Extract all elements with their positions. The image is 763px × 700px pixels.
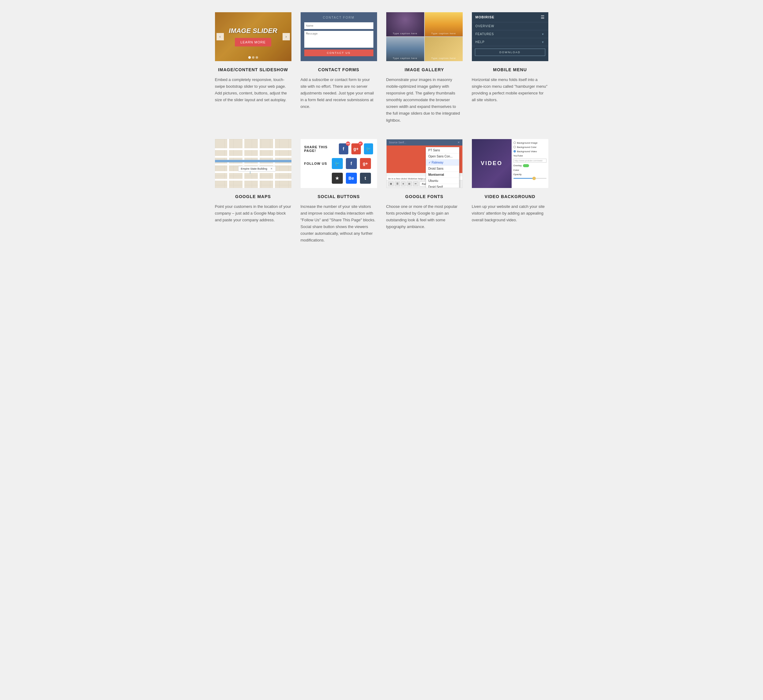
gallery-cell-1[interactable]: Type caption here [386,12,424,36]
follow-github-button[interactable]: ★ [332,173,343,184]
follow-twitter-button[interactable]: 🐦 [332,158,343,169]
share-label: SHARE THIS PAGE! [304,145,336,153]
map-road-h2 [215,156,291,158]
feature-card-social: SHARE THIS PAGE! f 192 g+ 47 🐦 FOLLOW US [301,139,377,244]
fonts-close-icon[interactable]: ✕ [457,141,460,144]
mm-menu-item-features[interactable]: FEATURES ▼ [472,30,548,38]
fonts-title: GOOGLE FONTS [386,194,463,199]
map-road-v3 [258,139,260,188]
map-tooltip: Empire State Building ✕ [238,166,276,172]
follow-tumblr-button[interactable]: t [360,173,371,184]
map-road-h1 [215,148,291,150]
follow-gp-icon: g+ [363,161,368,166]
fonts-option-droid-serif[interactable]: Droid Serif [426,184,459,188]
map-background: 📍 Empire State Building ✕ [215,139,291,188]
gallery-title: IMAGE GALLERY [386,67,463,72]
video-preview: VIDEO Background Image Background Color … [472,139,548,188]
mm-item-label-help: HELP [476,41,485,44]
video-radio-bg-video[interactable] [514,150,516,153]
share-twitter-button[interactable]: 🐦 [364,143,373,155]
feature-card-video: VIDEO Background Image Background Color … [472,139,548,244]
mm-item-label-overview: OVERVIEW [476,25,495,28]
contact-submit-button[interactable]: CONTACT US [304,50,373,56]
contact-form-heading: CONTACT FORM [304,16,373,19]
follow-googleplus-button[interactable]: g+ [360,158,371,169]
video-slider-fill [514,178,533,179]
facebook-icon: f [343,147,344,151]
fonts-toolbar-btn-1[interactable]: ⊞ [389,181,393,186]
slider-dot-2[interactable] [252,56,254,59]
video-desc: Liven up your website and catch your sit… [472,203,548,223]
contact-name-input[interactable] [304,22,373,29]
contact-desc: Add a subscribe or contact form to your … [301,77,377,110]
slider-prev-button[interactable]: ‹ [216,33,224,41]
hamburger-icon[interactable]: ☰ [541,15,545,20]
video-radio-bg-image[interactable] [514,142,516,144]
fonts-toolbar-btn-5[interactable]: ✂ [413,181,418,186]
gallery-cell-2[interactable]: Type caption here [425,12,463,36]
video-option-youtube: YouTube [514,155,547,157]
follow-facebook-button[interactable]: f [346,158,357,169]
video-bg-video-label: Background Video [517,150,537,153]
help-arrow-icon: ▼ [542,41,545,44]
feature-card-contact: CONTACT FORM CONTACT US CONTACT FORMS Ad… [301,12,377,124]
video-settings-panel: Background Image Background Color Backgr… [512,139,548,188]
map-road-v2 [243,139,244,188]
fonts-toolbar-btn-3[interactable]: ≡ [401,181,406,186]
gallery-caption-3: Type caption here [393,57,417,59]
fonts-preview: Source Serif... ✕ PT Sans Open Sans Con.… [386,139,463,188]
video-overlay-label: Overlay [514,164,522,167]
fonts-option-pt-sans[interactable]: PT Sans [426,147,459,153]
video-option-bg-color[interactable]: Background Color [514,146,547,148]
map-road-v4 [273,139,275,188]
gallery-cell-4[interactable]: Type caption here [425,37,463,61]
follow-behance-button[interactable]: Be [346,173,357,184]
video-option-bg-video[interactable]: Background Video [514,150,547,153]
video-overlay-toggle[interactable] [523,164,529,167]
mm-topbar: MOBIRISE ☰ [472,12,548,22]
slider-content: IMAGE SLIDER LEARN MORE [229,27,277,47]
social-preview: SHARE THIS PAGE! f 192 g+ 47 🐦 FOLLOW US [301,139,377,188]
share-row: SHARE THIS PAGE! f 192 g+ 47 🐦 [304,143,373,155]
gallery-cell-3[interactable]: Type caption here [386,37,424,61]
fonts-option-montserrat[interactable]: Montserrat [426,172,459,178]
feature-card-slideshow: IMAGE SLIDER LEARN MORE ‹ › IMAGE/CONTEN… [215,12,291,124]
mm-download-button[interactable]: DOWNLOAD [475,48,545,56]
contact-message-input[interactable] [304,31,373,48]
map-road-h3 [215,164,291,166]
fonts-dropdown[interactable]: PT Sans Open Sans Con... ✓ Raleway Droid… [426,147,459,188]
mm-menu-item-overview[interactable]: OVERVIEW [472,22,548,30]
fonts-option-raleway[interactable]: ✓ Raleway [426,159,459,166]
gallery-caption-4: Type caption here [431,57,456,59]
feature-card-mobilemenu: MOBIRISE ☰ OVERVIEW FEATURES ▼ HELP ▼ DO… [472,12,548,124]
mm-brand-label: MOBIRISE [476,15,495,19]
contact-form-preview: CONTACT FORM CONTACT US [301,12,377,61]
video-bg-image-label: Background Image [517,142,537,144]
fonts-option-ubuntu[interactable]: Ubuntu [426,178,459,184]
row1-grid: IMAGE SLIDER LEARN MORE ‹ › IMAGE/CONTEN… [215,12,548,124]
video-opacity-slider[interactable] [514,178,547,179]
share-facebook-button[interactable]: f 192 [339,143,348,155]
slider-title: IMAGE SLIDER [229,27,277,35]
fonts-option-open-sans[interactable]: Open Sans Con... [426,153,459,159]
social-desc: Increase the number of your site visitor… [301,203,377,244]
slider-next-button[interactable]: › [282,33,290,41]
video-option-bg-image[interactable]: Background Image [514,142,547,144]
video-radio-bg-color[interactable] [514,146,516,148]
slider-dots [248,56,258,59]
fonts-toolbar-btn-4[interactable]: ⊟ [407,181,412,186]
behance-icon: Be [349,176,354,181]
gallery-preview: Type caption here Type caption here Type… [386,12,463,61]
slider-dot-3[interactable] [255,56,258,59]
map-tooltip-close[interactable]: ✕ [270,167,273,170]
mm-menu-item-help[interactable]: HELP ▼ [472,38,548,46]
fonts-option-droid-sans[interactable]: Droid Sans [426,166,459,172]
slider-dot-1[interactable] [248,56,251,59]
video-opacity-row: Opacity [514,173,547,176]
video-slider-thumb[interactable] [533,177,536,180]
share-googleplus-button[interactable]: g+ 47 [351,143,361,155]
video-label: VIDEO [481,160,503,167]
slider-learn-more-button[interactable]: LEARN MORE [235,38,271,47]
fonts-toolbar-btn-2[interactable]: ☰ [395,181,400,186]
video-url-input[interactable]: http://www.youtube.com/watd [514,159,547,162]
